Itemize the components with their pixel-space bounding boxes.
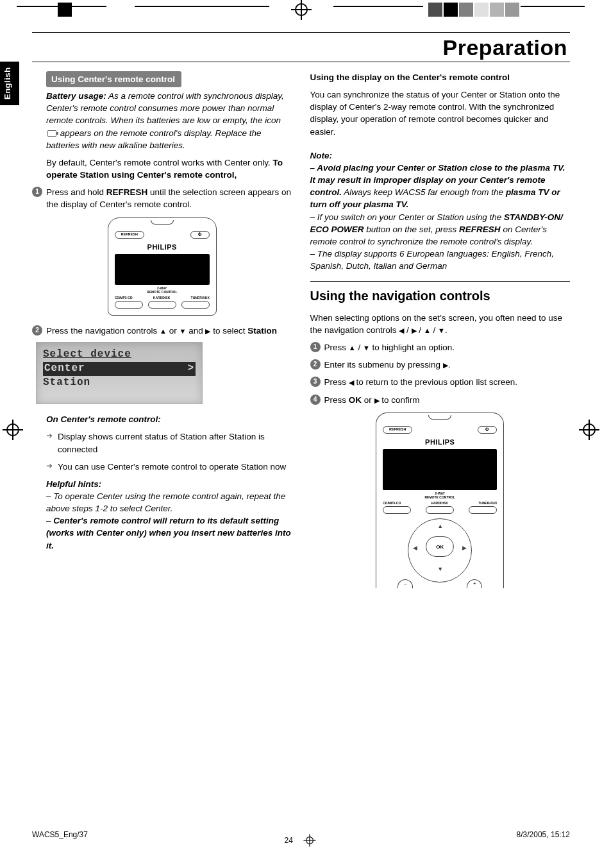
lcd-screenshot: Select device Center> Station bbox=[36, 342, 203, 404]
nav-step-2: 2 Enter its submenu by pressing ▶. bbox=[310, 359, 571, 371]
up-arrow-icon: ▲ bbox=[424, 326, 431, 336]
remote-brand: PHILIPS bbox=[383, 438, 497, 448]
remote-plus-button: + bbox=[467, 579, 482, 588]
hint-1: – To operate Center using the remote con… bbox=[46, 490, 292, 515]
battery-low-icon bbox=[47, 130, 56, 137]
step-1: 1 Press and hold REFRESH until the selec… bbox=[32, 186, 292, 210]
remote-illustration-large: REFRESH ⏻ PHILIPS 2-WAYREMOTE CONTROL CD… bbox=[376, 413, 504, 589]
page-footer: WACS5_Eng/37 24 8/3/2005, 15:12 bbox=[32, 830, 570, 851]
divider bbox=[310, 281, 571, 282]
dpad-down-icon: ▼ bbox=[437, 565, 443, 574]
step-badge-3: 3 bbox=[310, 377, 321, 387]
registration-top bbox=[0, 0, 602, 19]
step-2: 2 Press the navigation controls ▲ or ▼ a… bbox=[32, 325, 292, 337]
step-badge-2: 2 bbox=[310, 359, 321, 370]
step-badge-4: 4 bbox=[310, 395, 321, 405]
crop-mark-right bbox=[579, 420, 599, 440]
footer-page-number: 24 bbox=[285, 836, 293, 845]
note-label: Note: bbox=[310, 151, 333, 160]
down-arrow-icon: ▼ bbox=[438, 326, 445, 336]
result-bullet-2: You can use Center's remote control to o… bbox=[46, 461, 292, 473]
right-arrow-icon: ▶ bbox=[412, 326, 417, 336]
default-operation-text: By default, Center's remote control work… bbox=[46, 157, 292, 181]
remote-screen bbox=[115, 254, 210, 285]
remote-brand: PHILIPS bbox=[115, 243, 210, 253]
up-arrow-icon: ▲ bbox=[160, 327, 167, 337]
nav-step-4: 4 Press OK or ▶ to confirm bbox=[310, 394, 571, 406]
remote-tab-hdd bbox=[148, 301, 176, 309]
remote-ok-button: OK bbox=[426, 536, 454, 557]
remote-tab-tuner bbox=[181, 301, 210, 309]
lcd-line-2-selected: Center> bbox=[43, 362, 196, 376]
remote-tab-hdd bbox=[426, 506, 454, 514]
battery-usage-text: Battery usage: As a remote control with … bbox=[46, 90, 292, 151]
footer-doc-id: WACS5_Eng/37 bbox=[32, 830, 88, 851]
footer-timestamp: 8/3/2005, 15:12 bbox=[517, 830, 570, 851]
remote-power-button: ⏻ bbox=[478, 426, 497, 434]
right-column: Using the display on the Center's remote… bbox=[310, 71, 571, 597]
remote-refresh-button: REFRESH bbox=[383, 426, 412, 434]
nav-step-3: 3 Press ◀ to return to the previous opti… bbox=[310, 376, 571, 388]
title-bar: Preparation bbox=[32, 32, 570, 62]
crop-mark-left bbox=[3, 420, 23, 440]
dpad-right-icon: ▶ bbox=[462, 544, 467, 552]
result-bullet-1: Display shows current status of Station … bbox=[46, 430, 292, 455]
nav-intro: When selecting options on the set's scre… bbox=[310, 312, 571, 336]
remote-illustration-small: REFRESH ⏻ PHILIPS 2-WAYREMOTE CONTROL CD… bbox=[108, 217, 217, 316]
remote-screen bbox=[383, 449, 497, 490]
page-body: English Preparation Using Center's remot… bbox=[32, 32, 570, 821]
down-arrow-icon: ▼ bbox=[180, 327, 187, 337]
hint-2: – Center's remote control will return to… bbox=[46, 515, 292, 551]
display-para: You can synchronize the status of your C… bbox=[310, 89, 571, 138]
note-block: Note: – Avoid placing your Center or Sta… bbox=[310, 149, 571, 273]
nav-step-1: 1 Press ▲ / ▼ to highlight an option. bbox=[310, 341, 571, 353]
lcd-line-3: Station bbox=[43, 377, 90, 388]
remote-refresh-button: REFRESH bbox=[115, 231, 144, 239]
remote-dpad: OK ▲ ▼ ◀ ▶ – + bbox=[401, 518, 478, 588]
step-badge-2: 2 bbox=[32, 325, 42, 336]
step-badge-1: 1 bbox=[310, 342, 321, 352]
remote-tab-cd bbox=[383, 506, 411, 514]
on-remote-heading: On Center's remote control: bbox=[46, 413, 292, 425]
nav-heading: Using the navigation controls bbox=[310, 287, 571, 305]
dpad-left-icon: ◀ bbox=[413, 544, 417, 552]
lcd-line-1: Select device bbox=[43, 348, 196, 362]
section-heading-remote: Using Center's remote control bbox=[46, 71, 181, 87]
page-title: Preparation bbox=[35, 35, 567, 60]
crop-mark-bottom bbox=[303, 834, 315, 846]
remote-subtitle: 2-WAYREMOTE CONTROL bbox=[383, 492, 497, 499]
remote-subtitle: 2-WAYREMOTE CONTROL bbox=[115, 287, 210, 294]
remote-tab-tuner bbox=[469, 506, 497, 514]
remote-tab-cd bbox=[115, 301, 143, 309]
display-heading: Using the display on the Center's remote… bbox=[310, 71, 571, 83]
left-column: Using Center's remote control Battery us… bbox=[32, 71, 292, 597]
step-badge-1: 1 bbox=[32, 187, 42, 197]
language-tab: English bbox=[0, 62, 19, 105]
dpad-up-icon: ▲ bbox=[437, 522, 443, 531]
hints-heading: Helpful hints: bbox=[46, 478, 292, 490]
remote-minus-button: – bbox=[397, 579, 413, 588]
remote-power-button: ⏻ bbox=[190, 231, 210, 239]
